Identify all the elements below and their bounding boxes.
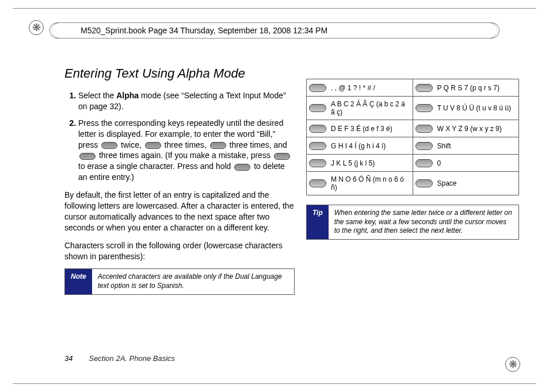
right-column: . , @ 1 ? ! * # / P Q R S 7 (p q r s 7) … bbox=[306, 66, 519, 337]
running-head: M520_Sprint.book Page 34 Thursday, Septe… bbox=[52, 22, 497, 39]
page-number: 34 bbox=[64, 354, 73, 363]
key-chars: W X Y Z 9 (w x y z 9) bbox=[437, 125, 502, 133]
key-chars: 0 bbox=[437, 159, 441, 167]
key-pound-icon bbox=[415, 179, 433, 187]
section-label: Section 2A. Phone Basics bbox=[89, 354, 175, 363]
tip-callout: Tip When entering the same letter twice … bbox=[306, 205, 519, 240]
note-message: Accented characters are available only i… bbox=[92, 269, 294, 294]
corner-ornament-bottom-right: ❋ bbox=[505, 357, 520, 372]
key-8-icon bbox=[415, 104, 433, 112]
running-head-text: M520_Sprint.book Page 34 Thursday, Septe… bbox=[81, 26, 327, 35]
table-row: J K L 5 (j k l 5) 0 bbox=[307, 155, 519, 172]
paragraph-default: By default, the first letter of an entry… bbox=[64, 190, 295, 233]
key-map-table: . , @ 1 ? ! * # / P Q R S 7 (p q r s 7) … bbox=[306, 79, 519, 195]
table-row: G H I 4 Í (g h i 4 í) Shift bbox=[307, 137, 519, 155]
key-chars: Space bbox=[437, 179, 457, 187]
step-1: Select the Alpha mode (see “Selecting a … bbox=[78, 90, 295, 112]
key-4-ghi-icon bbox=[145, 142, 161, 149]
page-frame: ❋ ❋ M520_Sprint.book Page 34 Thursday, S… bbox=[13, 8, 536, 384]
alpha-label: Alpha bbox=[116, 91, 139, 100]
key-2-abc-icon bbox=[101, 142, 117, 149]
section-title: Entering Text Using Alpha Mode bbox=[64, 66, 295, 81]
key-1-icon bbox=[309, 84, 326, 92]
key-chars: . , @ 1 ? ! * # / bbox=[331, 84, 375, 92]
steps-list: Select the Alpha mode (see “Selecting a … bbox=[64, 90, 295, 183]
step-2: Press the corresponding keys repeatedly … bbox=[78, 118, 295, 183]
key-chars: G H I 4 Í (g h i 4 í) bbox=[331, 142, 386, 150]
note-callout: Note Accented characters are available o… bbox=[64, 268, 295, 294]
paragraph-scroll-order: Characters scroll in the following order… bbox=[64, 240, 295, 262]
key-0-icon bbox=[415, 159, 433, 167]
left-column: Entering Text Using Alpha Mode Select th… bbox=[64, 66, 295, 337]
key-chars: A B C 2 Á Ã Ç (a b c 2 á ã ç) bbox=[331, 100, 410, 116]
key-chars: J K L 5 (j k l 5) bbox=[331, 159, 375, 167]
page-footer: 34 Section 2A. Phone Basics bbox=[64, 354, 175, 363]
table-row: D E F 3 É (d e f 3 é) W X Y Z 9 (w x y z… bbox=[307, 120, 519, 137]
key-5-jkl-icon bbox=[210, 142, 226, 149]
key-9-icon bbox=[415, 125, 433, 133]
table-row: A B C 2 Á Ã Ç (a b c 2 á ã ç) T U V 8 Ú … bbox=[307, 97, 519, 120]
note-tag: Note bbox=[65, 269, 92, 294]
table-row: M N O 6 Ó Ñ (m n o 6 ó ñ) Space bbox=[307, 172, 519, 195]
table-row: . , @ 1 ? ! * # / P Q R S 7 (p q r s 7) bbox=[307, 79, 519, 97]
key-chars: D E F 3 É (d e f 3 é) bbox=[331, 125, 392, 133]
key-5-jkl-icon bbox=[79, 153, 96, 160]
key-chars: Shift bbox=[437, 142, 451, 150]
key-2-icon bbox=[309, 104, 326, 112]
key-5-icon bbox=[309, 159, 326, 167]
tip-message: When entering the same letter twice or a… bbox=[329, 205, 518, 239]
key-4-icon bbox=[309, 142, 326, 150]
tip-tag: Tip bbox=[307, 205, 329, 239]
key-chars: T U V 8 Ú Ü (t u v 8 ú ü) bbox=[437, 104, 511, 112]
key-chars: M N O 6 Ó Ñ (m n o 6 ó ñ) bbox=[331, 175, 410, 191]
key-star-icon bbox=[415, 142, 433, 150]
key-6-icon bbox=[309, 179, 326, 187]
key-back-icon bbox=[234, 164, 250, 171]
corner-ornament-top-left: ❋ bbox=[29, 20, 44, 35]
key-chars: P Q R S 7 (p q r s 7) bbox=[437, 84, 500, 92]
key-7-icon bbox=[415, 84, 433, 92]
key-back-icon bbox=[274, 153, 290, 160]
content-area: Entering Text Using Alpha Mode Select th… bbox=[64, 66, 519, 337]
key-3-icon bbox=[309, 125, 326, 133]
